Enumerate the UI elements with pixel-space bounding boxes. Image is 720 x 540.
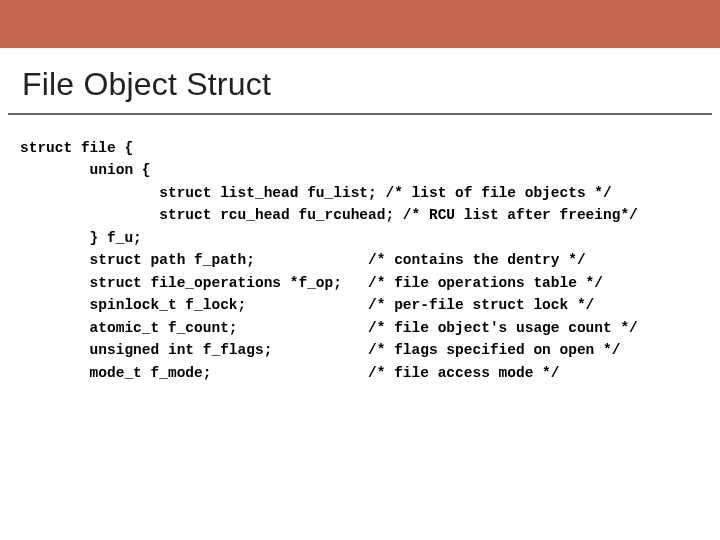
code-line: unsigned int f_flags; /* flags specified… <box>20 342 620 358</box>
code-line: struct path f_path; /* contains the dent… <box>20 252 586 268</box>
code-line: struct rcu_head fu_rcuhead; /* RCU list … <box>20 207 638 223</box>
code-line: mode_t f_mode; /* file access mode */ <box>20 365 560 381</box>
code-line: struct file { <box>20 140 133 156</box>
code-block: struct file { union { struct list_head f… <box>0 115 720 384</box>
code-line: spinlock_t f_lock; /* per-file struct lo… <box>20 297 594 313</box>
title-container: File Object Struct <box>8 48 712 115</box>
slide: File Object Struct struct file { union {… <box>0 0 720 540</box>
accent-bar <box>0 0 720 48</box>
code-line: struct file_operations *f_op; /* file op… <box>20 275 603 291</box>
code-line: struct list_head fu_list; /* list of fil… <box>20 185 612 201</box>
slide-title: File Object Struct <box>22 66 698 103</box>
code-line: union { <box>20 162 151 178</box>
code-line: } f_u; <box>20 230 142 246</box>
code-line: atomic_t f_count; /* file object's usage… <box>20 320 638 336</box>
